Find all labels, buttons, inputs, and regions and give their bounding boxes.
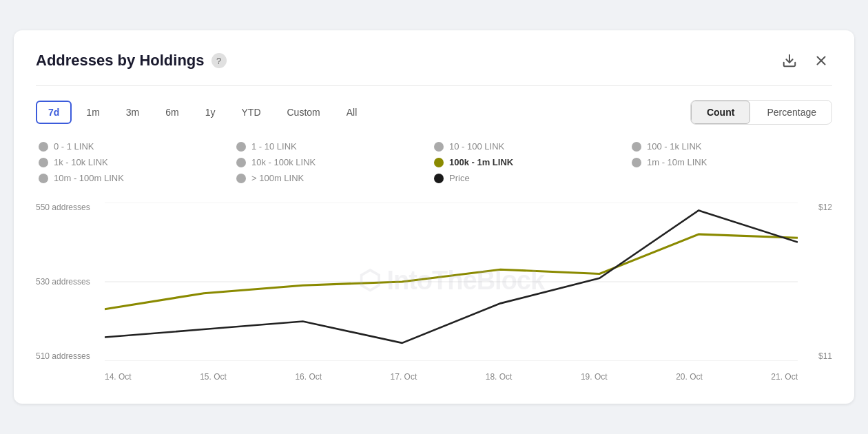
legend-label-0-1: 0 - 1 LINK xyxy=(54,141,94,152)
legend-item-1-10: 1 - 10 LINK xyxy=(236,141,434,152)
metric-buttons: Count Percentage xyxy=(690,100,832,125)
y-label-right-top: $12 xyxy=(818,203,832,212)
legend-dot-100m xyxy=(236,174,246,183)
time-btn-ytd[interactable]: YTD xyxy=(230,101,273,124)
card: Addresses by Holdings ? 7d 1m xyxy=(14,30,854,404)
header-right xyxy=(778,50,832,72)
chart-svg-wrapper: ⬡ IntoTheBlock xyxy=(105,203,798,361)
legend-dot-0-1 xyxy=(39,142,48,152)
legend-dot-1-10 xyxy=(236,142,246,152)
legend-item-100m: > 100m LINK xyxy=(236,173,434,183)
download-icon[interactable] xyxy=(778,50,800,72)
legend-item-10m-100m: 10m - 100m LINK xyxy=(39,173,236,183)
x-axis: 14. Oct 15. Oct 16. Oct 17. Oct 18. Oct … xyxy=(105,372,798,382)
x-label-oct21: 21. Oct xyxy=(771,372,798,382)
expand-icon[interactable] xyxy=(810,50,832,72)
legend-dot-1k-10k xyxy=(39,158,48,167)
x-label-oct16: 16. Oct xyxy=(295,372,322,382)
legend-item-1m-10m: 1m - 10m LINK xyxy=(632,157,829,167)
page-title: Addresses by Holdings xyxy=(36,52,205,70)
legend-dot-price xyxy=(434,174,444,183)
time-btn-1y[interactable]: 1y xyxy=(194,101,227,124)
legend-label-price: Price xyxy=(449,173,470,183)
chart-area: 550 addresses 530 addresses 510 addresse… xyxy=(36,203,832,382)
chart-labels-left: 550 addresses 530 addresses 510 addresse… xyxy=(36,203,90,382)
time-btn-7d[interactable]: 7d xyxy=(36,101,72,124)
legend-dot-10k-100k xyxy=(236,158,246,167)
legend: 0 - 1 LINK 1 - 10 LINK 10 - 100 LINK 100… xyxy=(36,141,832,183)
legend-dot-10m-100m xyxy=(39,174,48,183)
legend-label-1m-10m: 1m - 10m LINK xyxy=(647,157,707,167)
y-label-bot: 510 addresses xyxy=(36,351,90,361)
help-icon[interactable]: ? xyxy=(211,53,227,68)
time-btn-1m[interactable]: 1m xyxy=(74,101,111,124)
controls: 7d 1m 3m 6m 1y YTD Custom All Count Perc… xyxy=(36,100,832,125)
legend-dot-1m-10m xyxy=(632,158,641,167)
x-label-oct17: 17. Oct xyxy=(391,372,417,382)
chart-svg xyxy=(105,203,798,361)
legend-item-100-1k: 100 - 1k LINK xyxy=(632,141,829,152)
legend-label-10k-100k: 10k - 100k LINK xyxy=(251,157,316,167)
header-left: Addresses by Holdings ? xyxy=(36,52,227,70)
legend-dot-100-1k xyxy=(632,142,641,152)
time-btn-3m[interactable]: 3m xyxy=(114,101,151,124)
legend-item-10k-100k: 10k - 100k LINK xyxy=(236,157,434,167)
legend-item-1k-10k: 1k - 10k LINK xyxy=(39,157,236,167)
time-btn-6m[interactable]: 6m xyxy=(154,101,190,124)
divider xyxy=(36,85,832,86)
legend-label-100-1k: 100 - 1k LINK xyxy=(647,141,702,152)
legend-label-100k-1m: 100k - 1m LINK xyxy=(449,157,513,167)
y-label-mid: 530 addresses xyxy=(36,277,90,287)
y-label-top: 550 addresses xyxy=(36,203,90,212)
legend-item-10-100: 10 - 100 LINK xyxy=(434,141,632,152)
y-label-right-bot: $11 xyxy=(818,351,832,361)
legend-label-10-100: 10 - 100 LINK xyxy=(449,141,504,152)
legend-label-1-10: 1 - 10 LINK xyxy=(251,141,297,152)
x-label-oct15: 15. Oct xyxy=(200,372,227,382)
header: Addresses by Holdings ? xyxy=(36,50,832,72)
time-buttons: 7d 1m 3m 6m 1y YTD Custom All xyxy=(36,101,369,124)
legend-dot-10-100 xyxy=(434,142,444,152)
x-label-oct18: 18. Oct xyxy=(486,372,513,382)
metric-btn-percentage[interactable]: Percentage xyxy=(752,101,831,124)
metric-btn-count[interactable]: Count xyxy=(691,101,750,124)
time-btn-custom[interactable]: Custom xyxy=(276,101,332,124)
legend-item-0-1: 0 - 1 LINK xyxy=(39,141,236,152)
legend-item-100k-1m: 100k - 1m LINK xyxy=(434,157,632,167)
x-label-oct19: 19. Oct xyxy=(581,372,608,382)
legend-label-100m: > 100m LINK xyxy=(251,173,304,183)
legend-item-price: Price xyxy=(434,173,632,183)
olive-line xyxy=(105,234,798,309)
x-label-oct20: 20. Oct xyxy=(676,372,703,382)
legend-label-10m-100m: 10m - 100m LINK xyxy=(54,173,124,183)
x-label-oct14: 14. Oct xyxy=(105,372,132,382)
legend-label-1k-10k: 1k - 10k LINK xyxy=(54,157,108,167)
time-btn-all[interactable]: All xyxy=(335,101,369,124)
legend-dot-100k-1m xyxy=(434,158,444,167)
chart-labels-right: $12 $11 xyxy=(818,203,832,382)
